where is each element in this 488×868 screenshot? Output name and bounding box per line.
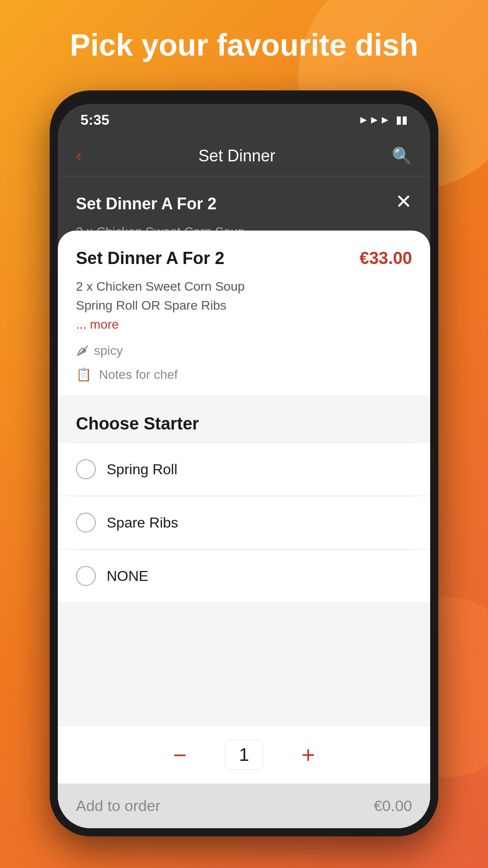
modal-description: 2 x Chicken Sweet Corn Soup Spring Roll … [58,277,430,334]
more-link[interactable]: ... more [76,317,119,331]
battery-icon: ▮▮ [396,113,408,126]
decrease-quantity-button[interactable]: − [162,741,198,769]
notes-label: Notes for chef [99,368,178,382]
phone-screen: 5:35 ►►► ▮▮ ‹ Set Dinner 🔍 ✕ Set Dinner … [58,104,430,828]
option-label-none: NONE [107,568,148,585]
nav-title: Set Dinner [198,146,275,165]
status-bar: 5:35 ►►► ▮▮ [58,104,430,136]
option-none[interactable]: NONE [58,550,430,603]
notes-field[interactable]: 📋 Notes for chef [58,367,430,396]
choose-starter-title: Choose Starter [76,414,199,433]
phone-frame: 5:35 ►►► ▮▮ ‹ Set Dinner 🔍 ✕ Set Dinner … [50,90,438,836]
status-time: 5:35 [80,112,109,128]
modal-dish-name: Set Dinner A For 2 [76,249,225,268]
quantity-row: − 1 + [58,726,430,783]
nav-bar: ‹ Set Dinner 🔍 [58,136,430,176]
status-icons: ►►► ▮▮ [358,113,408,126]
modal-sheet: Set Dinner A For 2 €33.00 2 x Chicken Sw… [58,231,430,828]
modal-header: Set Dinner A For 2 €33.00 [58,231,430,277]
add-to-order-label: Add to order [76,797,160,815]
bg-dish-title: Set Dinner A For 2 [76,194,412,213]
options-section: Choose Starter Spring Roll Spare Ribs [58,396,430,726]
option-label-spare-ribs: Spare Ribs [107,514,178,531]
option-label-spring-roll: Spring Roll [107,461,178,478]
option-spring-roll[interactable]: Spring Roll [58,443,430,496]
radio-spring-roll[interactable] [76,459,96,479]
back-button[interactable]: ‹ [76,146,82,166]
increase-quantity-button[interactable]: + [290,741,326,769]
search-icon[interactable]: 🔍 [392,146,412,165]
modal-tags: 🌶 spicy [58,334,430,367]
radio-spare-ribs[interactable] [76,513,96,533]
add-to-order-price: €0.00 [374,797,412,815]
wifi-icon: ►►► [358,113,390,126]
close-button[interactable]: ✕ [395,190,412,213]
quantity-value: 1 [225,740,263,770]
spicy-label: spicy [94,344,123,358]
modal-price: €33.00 [360,249,412,268]
notes-icon: 📋 [76,367,92,382]
empty-space [58,603,430,639]
hero-title: Pick your favourite dish [0,27,488,62]
option-spare-ribs[interactable]: Spare Ribs [58,496,430,549]
radio-none[interactable] [76,566,96,586]
choose-starter-header: Choose Starter [58,396,430,443]
add-to-order-bar[interactable]: Add to order €0.00 [58,783,430,828]
spicy-icon: 🌶 [76,343,89,358]
